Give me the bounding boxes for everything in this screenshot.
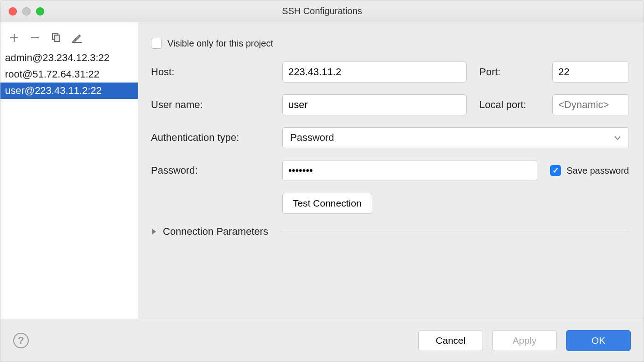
save-password-row: ✓ Save password bbox=[550, 165, 629, 176]
divider bbox=[279, 232, 629, 232]
username-input[interactable] bbox=[282, 94, 467, 115]
window: SSH Configurations admin@23.234.12.3:22 bbox=[0, 0, 644, 362]
config-item[interactable]: root@51.72.64.31:22 bbox=[0, 66, 138, 83]
config-item[interactable]: user@223.43.11.2:22 bbox=[0, 83, 138, 99]
config-item[interactable]: admin@23.234.12.3:22 bbox=[0, 50, 138, 66]
connection-parameters-label: Connection Parameters bbox=[163, 226, 268, 238]
test-connection-button[interactable]: Test Connection bbox=[282, 193, 372, 214]
visible-only-label: Visible only for this project bbox=[167, 38, 273, 49]
localport-input[interactable] bbox=[552, 94, 629, 115]
password-label: Password: bbox=[151, 165, 282, 176]
question-icon: ? bbox=[18, 335, 24, 346]
save-password-label: Save password bbox=[566, 165, 629, 176]
copy-button[interactable] bbox=[51, 32, 62, 43]
traffic-lights bbox=[9, 7, 44, 16]
help-button[interactable]: ? bbox=[13, 333, 29, 348]
config-list: admin@23.234.12.3:22 root@51.72.64.31:22… bbox=[0, 50, 138, 319]
content: admin@23.234.12.3:22 root@51.72.64.31:22… bbox=[0, 22, 644, 319]
titlebar: SSH Configurations bbox=[0, 0, 644, 22]
save-password-checkbox[interactable]: ✓ bbox=[550, 165, 561, 176]
visible-only-checkbox[interactable] bbox=[151, 38, 162, 49]
add-button[interactable] bbox=[9, 32, 20, 43]
username-label: User name: bbox=[151, 99, 282, 111]
window-maximize-button[interactable] bbox=[36, 7, 44, 16]
auth-type-select[interactable]: Password bbox=[282, 127, 629, 148]
auth-type-value: Password bbox=[290, 132, 334, 144]
plus-icon bbox=[9, 32, 20, 43]
sidebar-toolbar bbox=[0, 29, 138, 50]
password-input[interactable] bbox=[282, 160, 537, 181]
form-panel: Visible only for this project Host: Port… bbox=[138, 22, 644, 319]
localport-label: Local port: bbox=[479, 99, 552, 111]
footer-buttons: Cancel Apply OK bbox=[418, 330, 631, 351]
pencil-icon bbox=[72, 32, 83, 43]
remove-button[interactable] bbox=[30, 32, 41, 43]
minus-icon bbox=[30, 32, 41, 43]
port-label: Port: bbox=[479, 66, 552, 78]
svg-rect-1 bbox=[54, 35, 60, 41]
window-close-button[interactable] bbox=[9, 7, 17, 16]
ok-button[interactable]: OK bbox=[566, 330, 631, 351]
auth-type-label: Authentication type: bbox=[151, 132, 282, 144]
cancel-button[interactable]: Cancel bbox=[418, 330, 483, 351]
edit-button[interactable] bbox=[72, 32, 83, 43]
host-input[interactable] bbox=[282, 62, 467, 83]
footer: ? Cancel Apply OK bbox=[0, 319, 644, 362]
sidebar: admin@23.234.12.3:22 root@51.72.64.31:22… bbox=[0, 22, 138, 319]
port-input[interactable] bbox=[552, 62, 629, 83]
apply-button[interactable]: Apply bbox=[492, 330, 557, 351]
chevron-down-icon bbox=[614, 132, 621, 144]
host-label: Host: bbox=[151, 66, 282, 78]
visible-only-checkbox-row: Visible only for this project bbox=[151, 38, 273, 49]
window-minimize-button[interactable] bbox=[22, 7, 31, 16]
connection-parameters-section[interactable]: Connection Parameters bbox=[151, 226, 629, 238]
triangle-right-icon bbox=[151, 227, 157, 237]
copy-icon bbox=[51, 32, 62, 43]
window-title: SSH Configurations bbox=[282, 6, 362, 16]
